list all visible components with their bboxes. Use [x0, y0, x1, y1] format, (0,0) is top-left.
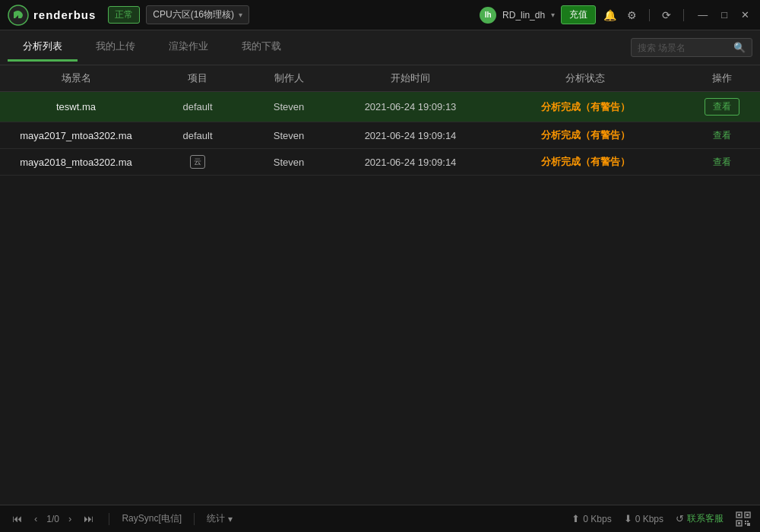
- cell-scene-1: maya2017_mtoa3202.ma: [0, 128, 152, 142]
- user-name: RD_lin_dh: [502, 10, 545, 21]
- titlebar: renderbus 正常 CPU六区(16物理核) ▾ Ih RD_lin_dh…: [0, 0, 760, 30]
- search-icon: 🔍: [733, 42, 746, 53]
- chevron-down-icon: ▾: [239, 11, 242, 19]
- tab-analysis[interactable]: 分析列表: [8, 33, 78, 62]
- statusbar-right: ⬆ 0 Kbps ⬇ 0 Kbps ↺ 联系客服: [572, 511, 751, 527]
- download-icon: ⬇: [624, 513, 632, 524]
- cpu-selector[interactable]: CPU六区(16物理核) ▾: [146, 5, 249, 24]
- upload-icon: ⬆: [572, 513, 580, 524]
- close-button[interactable]: ✕: [738, 8, 752, 22]
- cell-status-0: 分析完成（有警告）: [486, 98, 684, 116]
- page-info: 1/0: [46, 514, 59, 524]
- cell-project-0: default: [152, 98, 243, 116]
- logo-area: renderbus: [8, 5, 96, 26]
- nav-first-button[interactable]: ⏮: [9, 511, 25, 526]
- cell-time-1: 2021-06-24 19:09:14: [334, 128, 486, 142]
- table-row: maya2017_mtoa3202.ma default Steven 2021…: [0, 122, 760, 149]
- cell-project-1: default: [152, 128, 243, 142]
- tab-bar: 分析列表 我的上传 渲染作业 我的下载 🔍: [0, 30, 760, 65]
- cell-status-1: 分析完成（有警告）: [486, 128, 684, 142]
- view-button-2[interactable]: 查看: [713, 156, 731, 169]
- user-dropdown-icon[interactable]: ▾: [551, 11, 555, 19]
- minimize-button[interactable]: —: [695, 8, 711, 22]
- col-header-scene: 场景名: [0, 71, 152, 85]
- recharge-button[interactable]: 充值: [561, 5, 596, 24]
- svg-rect-4: [746, 514, 749, 516]
- cell-creator-1: Steven: [243, 128, 334, 142]
- support-label[interactable]: 联系客服: [687, 512, 724, 525]
- user-area: Ih RD_lin_dh ▾: [480, 7, 555, 24]
- search-input[interactable]: [638, 43, 729, 53]
- cpu-label: CPU六区(16物理核): [153, 8, 234, 21]
- tab-render[interactable]: 渲染作业: [154, 33, 223, 62]
- col-header-action: 操作: [684, 71, 760, 85]
- separator: [109, 513, 109, 525]
- table-row: teswt.ma default Steven 2021-06-24 19:09…: [0, 92, 760, 122]
- avatar-initials: Ih: [485, 11, 492, 19]
- tab-download[interactable]: 我的下载: [226, 33, 296, 62]
- svg-rect-10: [747, 523, 750, 526]
- svg-rect-8: [747, 521, 749, 522]
- download-speed-value: 0 Kbps: [635, 514, 663, 524]
- svg-rect-6: [738, 522, 740, 524]
- nav-prev-button[interactable]: ‹: [31, 511, 40, 526]
- stats-area: 统计 ▾: [207, 512, 233, 525]
- stats-label: 统计: [207, 512, 225, 525]
- settings-icon[interactable]: ⚙: [625, 8, 638, 23]
- user-avatar: Ih: [480, 7, 496, 24]
- svg-rect-2: [738, 514, 740, 516]
- separator: [194, 513, 195, 525]
- renderbus-logo-icon: [8, 5, 29, 26]
- upload-speed: ⬆ 0 Kbps: [572, 513, 611, 524]
- notification-icon[interactable]: 🔔: [602, 8, 618, 23]
- app-title: renderbus: [33, 8, 96, 21]
- download-speed: ⬇ 0 Kbps: [624, 513, 663, 524]
- view-button-0[interactable]: 查看: [705, 98, 739, 116]
- main-content: 场景名 项目 制作人 开始时间 分析状态 操作 teswt.ma default…: [0, 65, 760, 505]
- cell-status-2: 分析完成（有警告）: [486, 155, 684, 169]
- col-header-time: 开始时间: [334, 71, 486, 85]
- cell-creator-2: Steven: [243, 155, 334, 169]
- support-area: ↺ 联系客服: [676, 512, 724, 525]
- raysync-label: RaySync[电信]: [122, 512, 182, 525]
- status-badge: 正常: [108, 6, 140, 24]
- cell-time-0: 2021-06-24 19:09:13: [334, 98, 486, 116]
- view-button-1[interactable]: 查看: [713, 129, 731, 142]
- table-row: maya2018_mtoa3202.ma 云 Steven 2021-06-24…: [0, 149, 760, 176]
- cell-action-0: 查看: [684, 98, 760, 116]
- refresh-icon[interactable]: ⟳: [660, 8, 673, 23]
- cell-time-2: 2021-06-24 19:09:14: [334, 155, 486, 169]
- stats-chevron-icon[interactable]: ▾: [228, 514, 233, 524]
- separator: [649, 9, 650, 21]
- tab-upload[interactable]: 我的上传: [81, 33, 150, 62]
- nav-next-button[interactable]: ›: [65, 511, 74, 526]
- cell-scene-0: teswt.ma: [0, 98, 152, 116]
- col-header-status: 分析状态: [486, 71, 684, 85]
- table-area: 场景名 项目 制作人 开始时间 分析状态 操作 teswt.ma default…: [0, 65, 760, 505]
- nav-last-button[interactable]: ⏭: [81, 511, 97, 526]
- search-area: 🔍: [631, 38, 752, 57]
- cell-action-2: 查看: [684, 155, 760, 169]
- maximize-button[interactable]: □: [718, 8, 730, 22]
- svg-rect-7: [745, 521, 746, 522]
- cell-action-1: 查看: [684, 128, 760, 142]
- titlebar-actions: 🔔 ⚙ ⟳ — □ ✕: [602, 8, 752, 23]
- qr-code-button[interactable]: [736, 511, 751, 527]
- cloud-project-icon: 云: [190, 155, 205, 169]
- statusbar: ⏮ ‹ 1/0 › ⏭ RaySync[电信] 统计 ▾ ⬆ 0 Kbps ⬇ …: [0, 505, 760, 532]
- table-header: 场景名 项目 制作人 开始时间 分析状态 操作: [0, 65, 760, 92]
- cell-project-2: 云: [152, 155, 243, 169]
- col-header-creator: 制作人: [243, 71, 334, 85]
- col-header-project: 项目: [152, 71, 243, 85]
- separator: [683, 9, 684, 21]
- svg-rect-9: [745, 523, 746, 524]
- upload-speed-value: 0 Kbps: [583, 514, 611, 524]
- cell-scene-2: maya2018_mtoa3202.ma: [0, 155, 152, 169]
- support-icon: ↺: [676, 513, 684, 524]
- cell-creator-0: Steven: [243, 98, 334, 116]
